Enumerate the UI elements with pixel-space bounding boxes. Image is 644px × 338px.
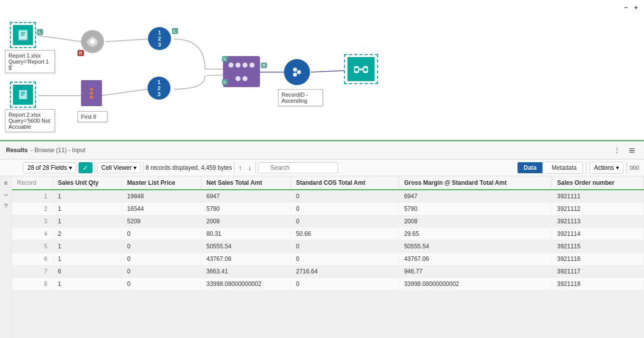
- results-panel: 28 of 28 Fields ▾ ✓ Cell Viewer ▾ 8 reco…: [0, 160, 644, 338]
- col-master-list-price[interactable]: Master List Price: [122, 176, 201, 190]
- svg-point-16: [293, 68, 297, 72]
- search-input[interactable]: [258, 162, 338, 173]
- sort-down-button[interactable]: ↓: [246, 163, 254, 173]
- workflow-canvas: − + L R 1 2 3 L: [0, 0, 644, 140]
- extra-label: 000: [630, 165, 639, 171]
- sort-node[interactable]: [284, 59, 310, 85]
- minimize-button[interactable]: −: [624, 4, 628, 11]
- search-wrap: 🔍: [258, 162, 338, 173]
- col-sales-order-number[interactable]: Sales Order number: [552, 176, 644, 190]
- table-row: 42080.3150.6629.653921114: [12, 228, 644, 240]
- actions-button[interactable]: Actions ▾: [590, 162, 623, 174]
- join-node[interactable]: [223, 56, 260, 87]
- sidebar-icons: ≡ ↔ ?: [0, 176, 12, 338]
- sidebar-icon-swap[interactable]: ↔: [2, 190, 10, 199]
- data-table: Record Sales Unit Qty Master List Price …: [12, 176, 644, 290]
- num1-badge: L: [172, 28, 178, 34]
- fields-button[interactable]: 28 of 28 Fields ▾: [23, 162, 76, 173]
- separator1: [94, 162, 95, 174]
- join-R-badge: R: [261, 63, 267, 68]
- join-L2-badge: L: [222, 79, 228, 85]
- table-row: 11198486947069473921111: [12, 190, 644, 203]
- toolbar-right: Data Metadata Actions ▾ 000: [518, 162, 639, 174]
- maximize-button[interactable]: +: [634, 4, 638, 11]
- svg-point-22: [354, 68, 358, 72]
- browse-node[interactable]: [344, 54, 378, 84]
- input1-node[interactable]: [10, 22, 36, 48]
- join-L-badge: L: [222, 56, 228, 62]
- svg-rect-7: [19, 31, 27, 40]
- results-title: Results: [6, 147, 28, 154]
- sidebar-icon-help[interactable]: ?: [3, 201, 8, 211]
- svg-line-0: [38, 36, 81, 42]
- svg-rect-21: [359, 68, 363, 71]
- sidebar-icon-menu[interactable]: ≡: [3, 178, 9, 188]
- input1-L-badge: L: [37, 29, 43, 35]
- tooltip-input2: Report 2.xlsx Query='5600 Not Accuable: [5, 109, 55, 132]
- input1-icon: [13, 25, 33, 45]
- data-button[interactable]: Data: [518, 162, 542, 173]
- data-table-wrapper: Record Sales Unit Qty Master List Price …: [12, 176, 644, 338]
- sort-up-button[interactable]: ↑: [236, 163, 244, 173]
- svg-point-17: [293, 73, 297, 77]
- cell-viewer-button[interactable]: Cell Viewer ▾: [97, 162, 141, 173]
- browse-icon: [348, 57, 374, 81]
- tooltip-input1: Report 1.xlsx Query='Report 1 $': [5, 50, 55, 73]
- toolbar-left: 28 of 28 Fields ▾ ✓ Cell Viewer ▾ 8 reco…: [23, 162, 338, 174]
- table-row: 81033998.08000000002033998.0800000000239…: [12, 278, 644, 290]
- tooltip-first8: First 8: [78, 111, 108, 122]
- col-sales-unit-qty[interactable]: Sales Unit Qty: [52, 176, 122, 190]
- tooltip-sort: RecordID - Ascending: [278, 89, 323, 106]
- table-row: 61043767.06043767.063921116: [12, 253, 644, 265]
- table-row: 3152092008020083921113: [12, 215, 644, 228]
- metadata-button[interactable]: Metadata: [546, 162, 583, 174]
- table-row: 21165445790057903921112: [12, 203, 644, 215]
- table-row: 7603663.412716.64946.773921117: [12, 265, 644, 278]
- table-row: 51050555.54050555.543921115: [12, 240, 644, 253]
- window-controls: − +: [624, 4, 638, 11]
- results-bar: Results - Browse (11) - Input ⋮ ⊞: [0, 140, 644, 160]
- svg-point-18: [297, 70, 301, 74]
- input1-R-badge: R: [78, 50, 84, 56]
- separator4: [256, 162, 256, 174]
- input2-node[interactable]: [10, 82, 36, 108]
- svg-line-5: [311, 71, 344, 72]
- num1-node[interactable]: 1 2 3: [148, 27, 171, 50]
- gear1-node[interactable]: [81, 30, 104, 53]
- col-gross-margin[interactable]: Gross Margin @ Standard Total Amt: [399, 176, 552, 190]
- input2-icon: [13, 85, 33, 105]
- separator6: [626, 162, 627, 174]
- separator5: [586, 162, 586, 174]
- separator2: [143, 162, 144, 174]
- results-pin-button[interactable]: ⊞: [626, 144, 638, 156]
- svg-rect-12: [19, 90, 27, 99]
- toolbar: 28 of 28 Fields ▾ ✓ Cell Viewer ▾ 8 reco…: [0, 160, 644, 176]
- results-menu-button[interactable]: ⋮: [611, 144, 623, 156]
- results-bar-controls: ⋮ ⊞: [611, 144, 638, 156]
- num2-node[interactable]: 1 2 3: [148, 77, 170, 100]
- col-record[interactable]: Record: [12, 176, 52, 190]
- table-area: ≡ ↔ ? Record Sales Unit Qty Master List …: [0, 176, 644, 338]
- record-info: 8 records displayed, 4,459 bytes: [146, 164, 232, 171]
- col-net-sales-total-amt[interactable]: Net Sales Total Amt: [201, 176, 290, 190]
- svg-line-1: [106, 39, 149, 42]
- svg-line-3: [101, 89, 148, 96]
- svg-point-23: [364, 68, 368, 72]
- field1-node[interactable]: [81, 80, 102, 106]
- separator3: [234, 162, 234, 174]
- col-standard-cos-total-amt[interactable]: Standard COS Total Amt: [290, 176, 398, 190]
- check-button[interactable]: ✓: [78, 162, 92, 173]
- results-subtitle: - Browse (11) - Input: [30, 147, 85, 154]
